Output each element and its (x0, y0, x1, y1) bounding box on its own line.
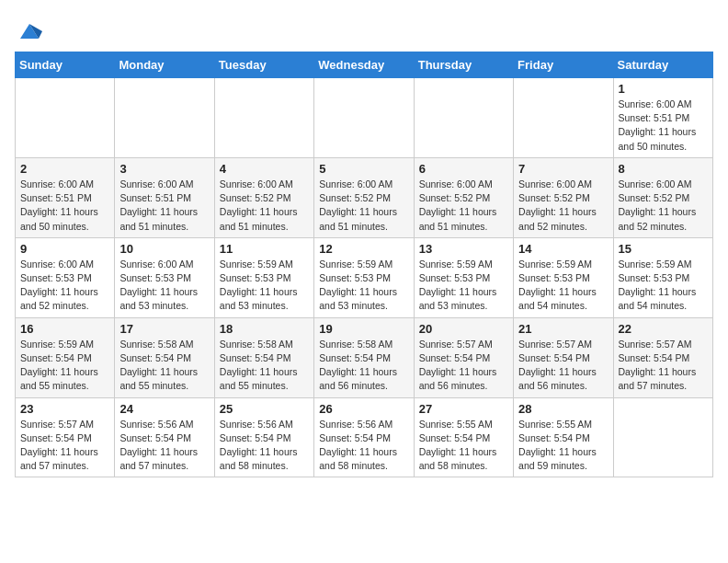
day-info: Sunrise: 6:00 AM Sunset: 5:51 PM Dayligh… (619, 98, 708, 154)
calendar-cell: 24Sunrise: 5:56 AM Sunset: 5:54 PM Dayli… (115, 397, 214, 477)
calendar-cell: 19Sunrise: 5:58 AM Sunset: 5:54 PM Dayli… (314, 317, 414, 397)
day-number: 10 (119, 242, 209, 256)
calendar-cell: 18Sunrise: 5:58 AM Sunset: 5:54 PM Dayli… (214, 317, 313, 397)
calendar-cell: 23Sunrise: 5:57 AM Sunset: 5:54 PM Dayli… (16, 397, 115, 477)
calendar-cell: 25Sunrise: 5:56 AM Sunset: 5:54 PM Dayli… (214, 397, 313, 477)
calendar-cell: 21Sunrise: 5:57 AM Sunset: 5:54 PM Dayli… (514, 317, 613, 397)
day-of-week-header: Thursday (414, 52, 513, 78)
logo (15, 18, 42, 44)
calendar-cell: 2Sunrise: 6:00 AM Sunset: 5:51 PM Daylig… (16, 157, 115, 237)
calendar-cell: 10Sunrise: 6:00 AM Sunset: 5:53 PM Dayli… (115, 237, 214, 317)
day-number: 17 (119, 322, 209, 336)
day-info: Sunrise: 5:59 AM Sunset: 5:53 PM Dayligh… (419, 258, 508, 314)
calendar-cell: 22Sunrise: 5:57 AM Sunset: 5:54 PM Dayli… (613, 317, 712, 397)
calendar-cell: 11Sunrise: 5:59 AM Sunset: 5:53 PM Dayli… (214, 237, 313, 317)
calendar-cell: 15Sunrise: 5:59 AM Sunset: 5:53 PM Dayli… (613, 237, 712, 317)
day-number: 4 (220, 162, 309, 176)
day-info: Sunrise: 6:00 AM Sunset: 5:52 PM Dayligh… (518, 178, 608, 234)
calendar-cell: 5Sunrise: 6:00 AM Sunset: 5:52 PM Daylig… (314, 157, 414, 237)
calendar-cell: 26Sunrise: 5:56 AM Sunset: 5:54 PM Dayli… (314, 397, 414, 477)
calendar-cell: 7Sunrise: 6:00 AM Sunset: 5:52 PM Daylig… (514, 157, 613, 237)
calendar-table: SundayMondayTuesdayWednesdayThursdayFrid… (15, 52, 713, 477)
day-number: 9 (20, 242, 109, 256)
day-info: Sunrise: 5:56 AM Sunset: 5:54 PM Dayligh… (220, 418, 309, 474)
day-number: 25 (220, 402, 309, 416)
day-info: Sunrise: 5:59 AM Sunset: 5:54 PM Dayligh… (20, 338, 109, 394)
day-number: 13 (419, 242, 508, 256)
day-info: Sunrise: 5:59 AM Sunset: 5:53 PM Dayligh… (518, 258, 608, 314)
day-info: Sunrise: 6:00 AM Sunset: 5:53 PM Dayligh… (119, 258, 209, 314)
calendar-cell (514, 78, 613, 158)
day-info: Sunrise: 5:57 AM Sunset: 5:54 PM Dayligh… (619, 338, 708, 394)
day-info: Sunrise: 5:57 AM Sunset: 5:54 PM Dayligh… (419, 338, 508, 394)
day-info: Sunrise: 5:57 AM Sunset: 5:54 PM Dayligh… (20, 418, 109, 474)
calendar-cell: 1Sunrise: 6:00 AM Sunset: 5:51 PM Daylig… (613, 78, 712, 158)
calendar-cell (314, 78, 414, 158)
day-info: Sunrise: 5:58 AM Sunset: 5:54 PM Dayligh… (319, 338, 408, 394)
day-of-week-header: Wednesday (314, 52, 414, 78)
day-info: Sunrise: 5:58 AM Sunset: 5:54 PM Dayligh… (119, 338, 209, 394)
calendar-cell: 27Sunrise: 5:55 AM Sunset: 5:54 PM Dayli… (414, 397, 513, 477)
day-number: 23 (20, 402, 109, 416)
day-of-week-header: Monday (115, 52, 214, 78)
calendar-cell (16, 78, 115, 158)
day-info: Sunrise: 6:00 AM Sunset: 5:53 PM Dayligh… (20, 258, 109, 314)
day-number: 22 (619, 322, 708, 336)
day-number: 1 (619, 82, 708, 96)
day-info: Sunrise: 6:00 AM Sunset: 5:52 PM Dayligh… (419, 178, 508, 234)
calendar-week-row: 16Sunrise: 5:59 AM Sunset: 5:54 PM Dayli… (16, 317, 713, 397)
day-info: Sunrise: 5:57 AM Sunset: 5:54 PM Dayligh… (518, 338, 608, 394)
calendar-week-row: 2Sunrise: 6:00 AM Sunset: 5:51 PM Daylig… (16, 157, 713, 237)
calendar-cell (613, 397, 712, 477)
calendar-cell: 8Sunrise: 6:00 AM Sunset: 5:52 PM Daylig… (613, 157, 712, 237)
day-number: 14 (518, 242, 608, 256)
day-info: Sunrise: 5:56 AM Sunset: 5:54 PM Dayligh… (119, 418, 209, 474)
logo-icon (17, 18, 42, 44)
day-info: Sunrise: 5:56 AM Sunset: 5:54 PM Dayligh… (319, 418, 408, 474)
day-number: 19 (319, 322, 408, 336)
day-info: Sunrise: 6:00 AM Sunset: 5:52 PM Dayligh… (319, 178, 408, 234)
day-number: 16 (20, 322, 109, 336)
day-number: 21 (518, 322, 608, 336)
calendar-cell: 12Sunrise: 5:59 AM Sunset: 5:53 PM Dayli… (314, 237, 414, 317)
calendar-cell: 3Sunrise: 6:00 AM Sunset: 5:51 PM Daylig… (115, 157, 214, 237)
calendar-week-row: 23Sunrise: 5:57 AM Sunset: 5:54 PM Dayli… (16, 397, 713, 477)
day-number: 7 (518, 162, 608, 176)
day-info: Sunrise: 5:55 AM Sunset: 5:54 PM Dayligh… (518, 418, 608, 474)
day-number: 8 (619, 162, 708, 176)
day-number: 11 (220, 242, 309, 256)
day-of-week-header: Friday (514, 52, 613, 78)
calendar-header-row: SundayMondayTuesdayWednesdayThursdayFrid… (16, 52, 713, 78)
page-header (15, 15, 713, 44)
calendar-cell: 14Sunrise: 5:59 AM Sunset: 5:53 PM Dayli… (514, 237, 613, 317)
day-of-week-header: Sunday (16, 52, 115, 78)
day-info: Sunrise: 6:00 AM Sunset: 5:51 PM Dayligh… (20, 178, 109, 234)
day-number: 15 (619, 242, 708, 256)
day-number: 2 (20, 162, 109, 176)
calendar-week-row: 1Sunrise: 6:00 AM Sunset: 5:51 PM Daylig… (16, 78, 713, 158)
day-number: 3 (119, 162, 209, 176)
day-info: Sunrise: 5:55 AM Sunset: 5:54 PM Dayligh… (419, 418, 508, 474)
day-info: Sunrise: 6:00 AM Sunset: 5:52 PM Dayligh… (220, 178, 309, 234)
day-number: 28 (518, 402, 608, 416)
calendar-cell (214, 78, 313, 158)
day-number: 18 (220, 322, 309, 336)
calendar-cell (414, 78, 513, 158)
calendar-cell: 28Sunrise: 5:55 AM Sunset: 5:54 PM Dayli… (514, 397, 613, 477)
calendar-cell: 6Sunrise: 6:00 AM Sunset: 5:52 PM Daylig… (414, 157, 513, 237)
calendar-cell: 9Sunrise: 6:00 AM Sunset: 5:53 PM Daylig… (16, 237, 115, 317)
calendar-week-row: 9Sunrise: 6:00 AM Sunset: 5:53 PM Daylig… (16, 237, 713, 317)
day-info: Sunrise: 5:59 AM Sunset: 5:53 PM Dayligh… (319, 258, 408, 314)
calendar-cell: 17Sunrise: 5:58 AM Sunset: 5:54 PM Dayli… (115, 317, 214, 397)
day-info: Sunrise: 5:59 AM Sunset: 5:53 PM Dayligh… (619, 258, 708, 314)
day-number: 26 (319, 402, 408, 416)
day-number: 12 (319, 242, 408, 256)
day-info: Sunrise: 5:58 AM Sunset: 5:54 PM Dayligh… (220, 338, 309, 394)
day-number: 5 (319, 162, 408, 176)
day-number: 27 (419, 402, 508, 416)
day-number: 24 (119, 402, 209, 416)
calendar-cell: 4Sunrise: 6:00 AM Sunset: 5:52 PM Daylig… (214, 157, 313, 237)
calendar-cell: 16Sunrise: 5:59 AM Sunset: 5:54 PM Dayli… (16, 317, 115, 397)
calendar-cell: 20Sunrise: 5:57 AM Sunset: 5:54 PM Dayli… (414, 317, 513, 397)
day-of-week-header: Tuesday (214, 52, 313, 78)
